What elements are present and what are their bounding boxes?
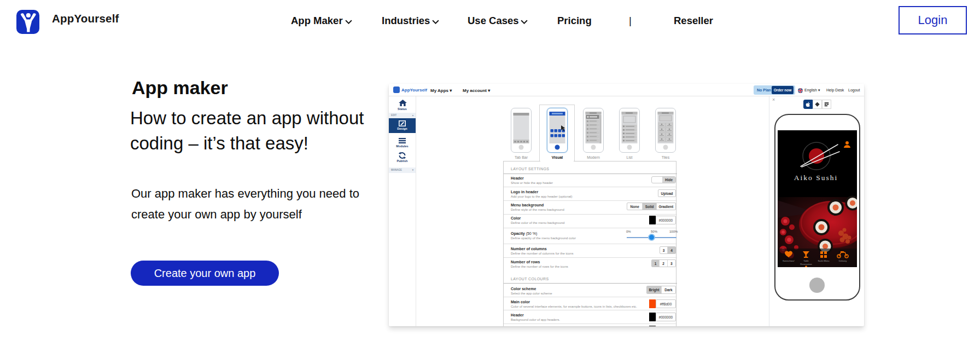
svg-text:Aiko Sushi: Aiko Sushi	[794, 174, 838, 182]
svg-text:Reservation: Reservation	[800, 263, 812, 265]
svg-text:Sushi Menu: Sushi Menu	[818, 259, 829, 262]
svg-text:Table: Table	[803, 259, 809, 262]
svg-text:Konnichiwa!: Konnichiwa!	[783, 259, 795, 262]
svg-text:Delivery: Delivery	[839, 259, 847, 262]
